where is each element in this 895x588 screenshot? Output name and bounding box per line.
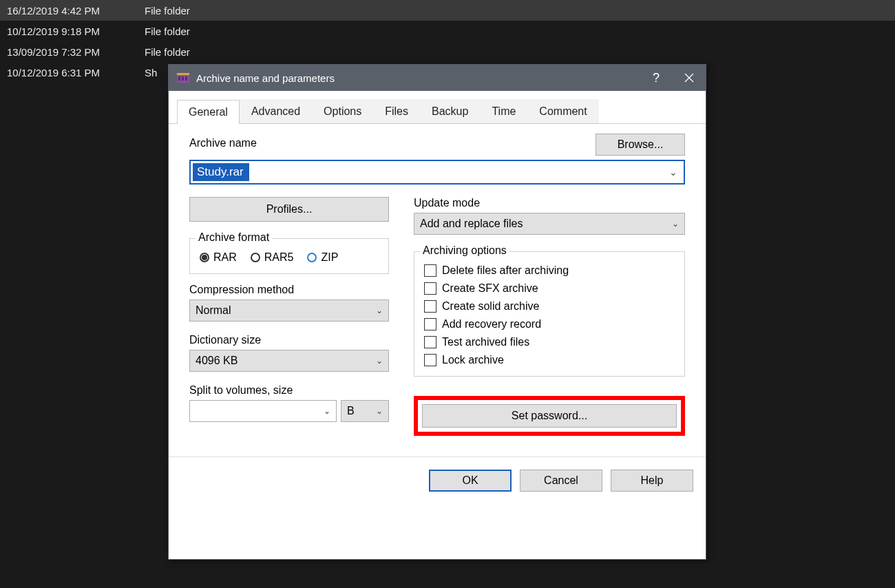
check-sfx[interactable]: Create SFX archive <box>424 282 675 295</box>
split-size-field[interactable]: ⌄ <box>189 400 337 422</box>
tab-time[interactable]: Time <box>480 99 527 123</box>
file-type: File folder <box>145 46 888 58</box>
checkbox-icon <box>424 264 436 277</box>
check-delete-after[interactable]: Delete files after archiving <box>424 264 675 277</box>
tab-strip: General Advanced Options Files Backup Ti… <box>169 91 706 124</box>
chevron-down-icon[interactable]: ⌄ <box>663 167 684 178</box>
radio-rar5[interactable]: RAR5 <box>251 251 294 264</box>
dialog-button-row: OK Cancel Help <box>169 456 706 503</box>
titlebar[interactable]: Archive name and parameters ? <box>169 65 706 91</box>
radio-icon <box>307 253 317 262</box>
browse-button[interactable]: Browse... <box>596 134 685 156</box>
chevron-down-icon: ⌄ <box>672 219 679 229</box>
cancel-button[interactable]: Cancel <box>520 470 602 492</box>
update-mode-select[interactable]: Add and replace files ⌄ <box>414 213 685 235</box>
file-date: 16/12/2019 4:42 PM <box>7 5 131 17</box>
chevron-down-icon: ⌄ <box>376 406 383 416</box>
compression-value: Normal <box>196 304 231 317</box>
radio-label: RAR <box>213 251 237 264</box>
compression-label: Compression method <box>189 284 389 296</box>
dialog-content: Archive name Browse... ⌄ Profiles... Arc… <box>169 124 706 444</box>
split-label: Split to volumes, size <box>189 384 389 397</box>
file-type: File folder <box>145 5 888 17</box>
ok-button[interactable]: OK <box>429 470 512 492</box>
archive-format-legend: Archive format <box>196 231 272 244</box>
check-label: Add recovery record <box>442 318 541 330</box>
check-label: Lock archive <box>442 354 504 366</box>
winrar-icon <box>176 70 191 85</box>
archiving-options-group: Archiving options Delete files after arc… <box>414 251 685 377</box>
radio-zip[interactable]: ZIP <box>307 251 338 264</box>
chevron-down-icon: ⌄ <box>376 306 383 315</box>
checkbox-icon <box>424 318 436 330</box>
profiles-button[interactable]: Profiles... <box>189 197 389 222</box>
checkbox-icon <box>424 336 436 348</box>
split-unit-select[interactable]: B ⌄ <box>341 400 389 422</box>
checkbox-icon <box>424 354 436 366</box>
tab-options[interactable]: Options <box>312 99 373 123</box>
archiving-options-legend: Archiving options <box>420 244 509 257</box>
radio-label: RAR5 <box>264 251 294 264</box>
radio-icon <box>251 253 260 262</box>
radio-label: ZIP <box>321 251 338 264</box>
check-recovery[interactable]: Add recovery record <box>424 318 675 330</box>
help-icon[interactable]: ? <box>640 65 673 91</box>
chevron-down-icon: ⌄ <box>324 406 330 416</box>
file-date: 10/12/2019 6:31 PM <box>7 67 131 78</box>
check-label: Create solid archive <box>442 300 539 313</box>
close-icon[interactable] <box>673 65 706 91</box>
svg-rect-1 <box>177 73 189 75</box>
check-lock[interactable]: Lock archive <box>424 354 675 366</box>
update-mode-value: Add and replace files <box>420 218 523 230</box>
archive-name-input[interactable] <box>193 163 249 181</box>
archive-dialog: Archive name and parameters ? General Ad… <box>168 64 706 560</box>
set-password-button[interactable]: Set password... <box>422 404 677 428</box>
tab-comment[interactable]: Comment <box>527 99 598 123</box>
split-unit: B <box>347 405 355 417</box>
compression-select[interactable]: Normal ⌄ <box>189 300 389 322</box>
tab-general[interactable]: General <box>177 100 240 124</box>
explorer-row[interactable]: 10/12/2019 9:18 PM File folder <box>0 21 895 41</box>
radio-rar[interactable]: RAR <box>200 251 237 264</box>
explorer-row[interactable]: 16/12/2019 4:42 PM File folder <box>0 0 895 21</box>
help-button[interactable]: Help <box>611 470 693 492</box>
archive-format-group: Archive format RAR RAR5 ZIP <box>189 238 389 274</box>
dialog-title: Archive name and parameters <box>196 72 640 84</box>
archive-name-label: Archive name <box>189 137 587 149</box>
check-label: Test archived files <box>442 336 529 348</box>
check-label: Create SFX archive <box>442 282 538 295</box>
dictionary-select[interactable]: 4096 KB ⌄ <box>189 350 389 372</box>
tab-backup[interactable]: Backup <box>420 99 480 123</box>
check-solid[interactable]: Create solid archive <box>424 300 675 313</box>
svg-rect-2 <box>178 76 180 81</box>
update-mode-label: Update mode <box>414 197 685 209</box>
dictionary-value: 4096 KB <box>196 355 238 367</box>
check-label: Delete files after archiving <box>442 264 569 277</box>
file-date: 13/09/2019 7:32 PM <box>7 46 131 58</box>
set-password-highlight: Set password... <box>414 396 685 436</box>
radio-icon <box>200 253 209 262</box>
explorer-row[interactable]: 13/09/2019 7:32 PM File folder <box>0 41 895 62</box>
tab-files[interactable]: Files <box>373 99 420 123</box>
svg-rect-3 <box>182 76 184 81</box>
check-test[interactable]: Test archived files <box>424 336 675 348</box>
file-type: File folder <box>145 25 888 37</box>
file-date: 10/12/2019 9:18 PM <box>7 25 131 37</box>
checkbox-icon <box>424 300 436 313</box>
svg-rect-4 <box>185 76 187 81</box>
checkbox-icon <box>424 282 436 295</box>
dictionary-label: Dictionary size <box>189 334 389 346</box>
chevron-down-icon: ⌄ <box>376 356 383 366</box>
tab-advanced[interactable]: Advanced <box>240 99 312 123</box>
archive-name-field[interactable]: ⌄ <box>189 160 685 185</box>
